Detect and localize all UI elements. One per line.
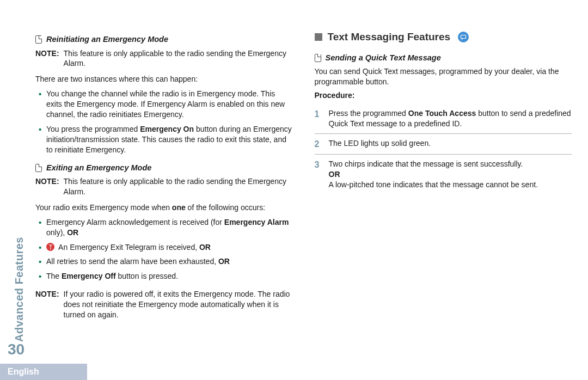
step-number: 3 <box>315 159 323 190</box>
right-column: Text Messaging Features Sending a Quick … <box>315 30 572 326</box>
text: The <box>46 272 62 280</box>
note-text: This feature is only applicable to the r… <box>64 48 293 69</box>
bold-text: one <box>172 203 186 212</box>
bold-text: One Touch Access <box>408 109 476 118</box>
text: Emergency Alarm acknowledgement is recei… <box>46 218 224 226</box>
list-item: You press the programmed Emergency On bu… <box>39 124 293 155</box>
paragraph: You can send Quick Text messages, progra… <box>315 66 572 87</box>
text: A low-pitched tone indicates that the me… <box>329 180 538 189</box>
page-icon <box>35 35 42 44</box>
subheading-reinitiating: Reinitiating an Emergency Mode <box>35 34 293 45</box>
text: Your radio exits Emergency mode when <box>35 203 172 212</box>
procedure-label: Procedure: <box>315 90 572 101</box>
bold-text: Emergency On <box>140 125 194 133</box>
manual-page: Advanced Features 30 English Reinitiatin… <box>0 0 588 380</box>
list-item: All retries to send the alarm have been … <box>39 256 293 267</box>
step: 2 The LED lights up solid green. <box>315 134 572 155</box>
page-number: 30 <box>8 341 24 358</box>
page-icon <box>35 164 42 172</box>
note-label: NOTE: <box>35 176 59 197</box>
procedure-steps: 1 Press the programmed One Touch Access … <box>315 104 572 194</box>
note-label: NOTE: <box>35 289 59 320</box>
subheading-exiting: Exiting an Emergency Mode <box>35 163 293 174</box>
list-item: Emergency Alarm acknowledgement is recei… <box>39 217 293 238</box>
square-bullet-icon <box>315 33 322 41</box>
section-title: Text Messaging Features <box>328 30 451 44</box>
text: An Emergency Exit Telegram is received, <box>57 243 199 252</box>
text: button is pressed. <box>116 272 178 280</box>
step-number: 2 <box>315 138 323 150</box>
subheading-text: Reinitiating an Emergency Mode <box>46 34 168 45</box>
text: Two chirps indicate that the message is … <box>329 160 523 168</box>
text: You press the programmed <box>46 125 140 133</box>
note-row: NOTE: This feature is only applicable to… <box>35 48 293 69</box>
subheading-quicktext: Sending a Quick Text Message <box>315 53 572 64</box>
bold-text: Emergency Off <box>62 272 116 280</box>
content-columns: Reinitiating an Emergency Mode NOTE: Thi… <box>0 0 588 336</box>
paragraph: Your radio exits Emergency mode when one… <box>35 203 293 213</box>
paragraph: There are two instances where this can h… <box>35 74 293 84</box>
subheading-text: Exiting an Emergency Mode <box>46 163 151 174</box>
bold-text: OR <box>329 170 340 179</box>
sidebar: Advanced Features <box>11 27 27 342</box>
list-item: You change the channel while the radio i… <box>39 89 293 120</box>
step-body: Two chirps indicate that the message is … <box>329 159 572 190</box>
page-icon <box>315 54 321 62</box>
text: Press the programmed <box>329 109 408 118</box>
note-row: NOTE: If your radio is powered off, it e… <box>35 289 293 320</box>
bold-text: OR <box>67 228 78 237</box>
bullet-list: Emergency Alarm acknowledgement is recei… <box>39 217 293 281</box>
step-body: The LED lights up solid green. <box>329 138 572 150</box>
side-section-label: Advanced Features <box>13 237 26 342</box>
note-text: If your radio is powered off, it exits t… <box>64 289 293 320</box>
list-item: The Emergency Off button is pressed. <box>39 271 293 281</box>
section-heading: Text Messaging Features <box>315 30 572 44</box>
svg-rect-0 <box>461 35 466 38</box>
note-label: NOTE: <box>35 48 59 69</box>
subheading-text: Sending a Quick Text Message <box>326 53 441 64</box>
bold-text: Emergency Alarm <box>224 218 289 226</box>
text: only), <box>46 228 67 237</box>
step: 3 Two chirps indicate that the message i… <box>315 155 572 194</box>
list-item: An Emergency Exit Telegram is received, … <box>39 242 293 253</box>
bold-text: OR <box>199 243 211 252</box>
language-label: English <box>8 367 39 377</box>
step: 1 Press the programmed One Touch Access … <box>315 104 572 134</box>
step-number: 1 <box>315 108 323 129</box>
bold-text: OR <box>218 257 230 266</box>
text: of the following occurs: <box>186 203 265 212</box>
step-body: Press the programmed One Touch Access bu… <box>329 108 572 129</box>
left-column: Reinitiating an Emergency Mode NOTE: Thi… <box>35 30 293 326</box>
antenna-icon <box>46 243 54 251</box>
note-row: NOTE: This feature is only applicable to… <box>35 176 293 197</box>
text: All retries to send the alarm have been … <box>46 257 218 266</box>
bullet-list: You change the channel while the radio i… <box>39 89 293 155</box>
message-icon <box>458 32 469 42</box>
note-text: This feature is only applicable to the r… <box>64 176 293 197</box>
language-bar: English <box>0 364 87 380</box>
